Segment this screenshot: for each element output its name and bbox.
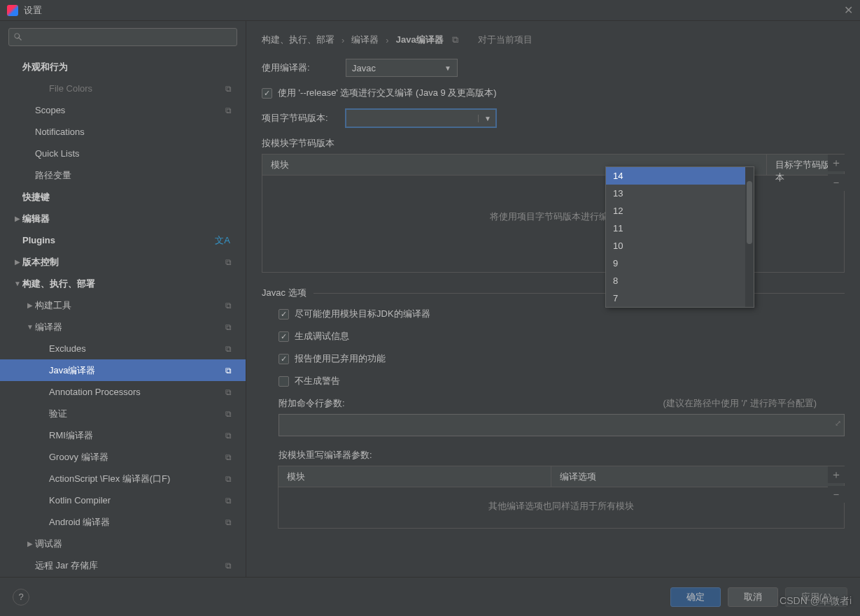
main-panel: 构建、执行、部署 › 编译器 › Java编译器 ⧉ 对于当前项目 使用编译器:… <box>246 21 860 577</box>
cb-report-deprecated[interactable] <box>279 354 289 364</box>
search-input[interactable] <box>8 28 237 46</box>
bytecode-select[interactable]: ▼ <box>346 109 496 127</box>
chevron-down-icon: ▼ <box>444 64 451 72</box>
cb-use-module-jdk[interactable] <box>279 309 289 320</box>
dropdown-option[interactable]: 11 <box>606 220 754 237</box>
scope-label: 对于当前项目 <box>478 34 533 46</box>
copy-icon: ⧉ <box>225 301 232 310</box>
crumb-0[interactable]: 构建、执行、部署 <box>262 34 334 46</box>
copy-icon: ⧉ <box>225 387 232 397</box>
sidebar: 外观和行为File Colors⧉Scopes⧉NotificationsQui… <box>0 21 246 577</box>
sidebar-item[interactable]: ▼编译器⧉ <box>0 316 246 338</box>
copy-icon: ⧉ <box>225 366 232 375</box>
cb-debug-info[interactable] <box>279 331 289 342</box>
titlebar: 设置 ✕ <box>0 0 860 21</box>
sidebar-item[interactable]: Scopes⧉ <box>0 99 246 121</box>
dropdown-option[interactable]: 13 <box>606 185 754 202</box>
sidebar-item[interactable]: ▶编辑器 <box>0 208 246 229</box>
cb-no-warnings[interactable] <box>279 376 289 387</box>
copy-icon: ⧉ <box>225 431 232 440</box>
app-logo-icon <box>7 5 18 16</box>
sidebar-item[interactable]: Plugins文A <box>0 229 246 251</box>
table-col-options[interactable]: 编译选项 <box>551 466 844 487</box>
sidebar-item[interactable]: ▶版本控制⧉ <box>0 251 246 273</box>
remove-button[interactable]: － <box>828 174 845 191</box>
sidebar-item[interactable]: ▶构建工具⧉ <box>0 294 246 316</box>
sidebar-item[interactable]: 外观和行为 <box>0 56 246 78</box>
sidebar-item[interactable]: Annotation Processors⧉ <box>0 381 246 403</box>
crumb-1[interactable]: 编译器 <box>351 34 379 46</box>
sidebar-item[interactable]: Kotlin Compiler⧉ <box>0 489 246 511</box>
copy-icon: ⧉ <box>225 517 232 527</box>
copy-icon: ⧉ <box>225 322 232 332</box>
copy-icon: ⧉ <box>225 452 232 462</box>
table-placeholder: 将使用项目字节码版本进行编译 <box>262 176 844 244</box>
copy-icon: ⧉ <box>225 106 232 115</box>
bytecode-label: 项目字节码版本: <box>262 112 346 124</box>
expand-icon[interactable]: ⤢ <box>835 419 841 428</box>
sidebar-item[interactable]: 验证⧉ <box>0 403 246 424</box>
table-col-module[interactable]: 模块 <box>279 466 551 487</box>
compiler-select[interactable]: Javac ▼ <box>346 59 458 77</box>
close-icon[interactable]: ✕ <box>844 3 853 17</box>
sidebar-item[interactable]: Groovy 编译器⧉ <box>0 446 246 468</box>
copy-icon: ⧉ <box>225 84 232 94</box>
cmdline-label: 附加命令行参数: <box>279 397 345 410</box>
sidebar-item[interactable]: Excludes⧉ <box>0 338 246 359</box>
dropdown-option[interactable]: 14 <box>606 167 754 185</box>
dropdown-option[interactable]: 9 <box>606 255 754 272</box>
breadcrumb: 构建、执行、部署 › 编译器 › Java编译器 ⧉ 对于当前项目 <box>262 34 845 46</box>
copy-icon: ⧉ <box>225 344 232 354</box>
sidebar-item[interactable]: Notifications <box>0 121 246 143</box>
crumb-2: Java编译器 <box>396 34 444 46</box>
chevron-down-icon: ▼ <box>478 115 491 122</box>
dropdown-option[interactable]: 10 <box>606 237 754 255</box>
copy-icon: ⧉ <box>225 561 232 571</box>
copy-icon: ⧉ <box>225 496 232 506</box>
table-placeholder: 其他编译选项也同样适用于所有模块 <box>279 487 844 533</box>
bytecode-dropdown[interactable]: 1413121110987 <box>605 166 754 308</box>
search-icon <box>13 32 23 42</box>
sidebar-item[interactable]: 路径变量 <box>0 164 246 186</box>
sidebar-item[interactable]: Java编译器⧉ <box>0 359 246 381</box>
sidebar-item[interactable]: RMI编译器⧉ <box>0 424 246 446</box>
copy-icon: ⧉ <box>225 257 232 267</box>
per-module-label: 按模块字节码版本 <box>262 137 845 150</box>
chevron-right-icon: › <box>386 35 388 45</box>
sidebar-item[interactable]: 快捷键 <box>0 186 246 208</box>
dropdown-option[interactable]: 7 <box>606 289 754 307</box>
cmdline-hint: (建议在路径中使用 '/' 进行跨平台配置) <box>663 397 817 410</box>
cancel-button[interactable]: 取消 <box>728 587 778 607</box>
add-button[interactable]: ＋ <box>828 466 845 483</box>
compiler-label: 使用编译器: <box>262 62 346 74</box>
ok-button[interactable]: 确定 <box>670 587 721 607</box>
release-checkbox[interactable] <box>262 88 272 99</box>
scrollbar[interactable] <box>745 167 754 307</box>
sidebar-item[interactable]: 远程 Jar 存储库⧉ <box>0 554 246 576</box>
dropdown-option[interactable]: 8 <box>606 272 754 289</box>
add-button[interactable]: ＋ <box>828 155 845 171</box>
copy-icon: ⧉ <box>225 409 232 419</box>
help-button[interactable]: ? <box>13 589 29 606</box>
copy-icon: ⧉ <box>452 34 458 45</box>
release-checkbox-label: 使用 '--release' 选项进行交叉编译 (Java 9 及更高版本) <box>278 87 497 99</box>
sidebar-item[interactable]: ActionScript \Flex 编译器(口F)⧉ <box>0 468 246 489</box>
settings-tree: 外观和行为File Colors⧉Scopes⧉NotificationsQui… <box>0 53 246 577</box>
sidebar-item[interactable]: Android 编译器⧉ <box>0 511 246 533</box>
module-bytecode-table: 模块 目标字节码版本 ＋ － 将使用项目字节码版本进行编译 <box>262 154 845 273</box>
sidebar-item[interactable]: ▼构建、执行、部署 <box>0 273 246 294</box>
language-icon: 文A <box>215 234 230 247</box>
watermark: CSDN @卓微者i <box>780 595 852 608</box>
cmdline-input[interactable]: ⤢ <box>279 414 845 436</box>
remove-button[interactable]: － <box>828 486 845 503</box>
javac-section-title: Javac 选项 <box>262 287 845 299</box>
override-label: 按模块重写编译器参数: <box>279 449 845 461</box>
sidebar-item[interactable]: File Colors⧉ <box>0 78 246 99</box>
footer: ? 确定 取消 应用(A) <box>0 577 860 616</box>
sidebar-item[interactable]: ▶调试器 <box>0 533 246 554</box>
copy-icon: ⧉ <box>225 474 232 484</box>
sidebar-item[interactable]: Quick Lists <box>0 143 246 164</box>
module-override-table: 模块 编译选项 ＋ － 其他编译选项也同样适用于所有模块 <box>278 466 845 529</box>
dropdown-option[interactable]: 12 <box>606 202 754 220</box>
window-title: 设置 <box>24 4 42 17</box>
